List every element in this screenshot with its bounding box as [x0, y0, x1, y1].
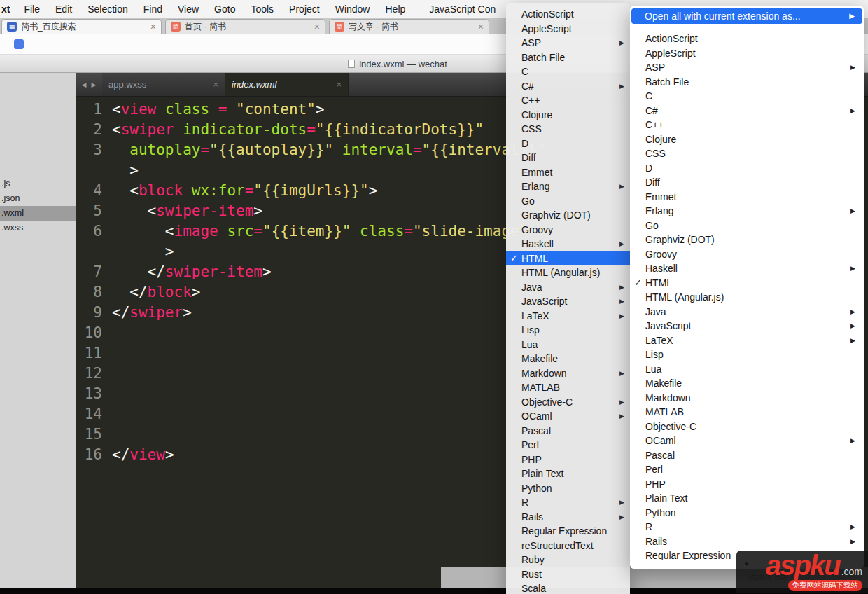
open-with-menu-item[interactable]: Pascal [630, 448, 864, 463]
syntax-menu-item[interactable]: Perl [506, 438, 630, 453]
sidebar-file[interactable]: .wxss [0, 221, 76, 235]
menubar-item[interactable]: View [170, 4, 206, 15]
tab-close-icon[interactable]: × [478, 22, 484, 32]
open-with-menu-item[interactable]: Plain Text [630, 491, 864, 506]
tab-close-icon[interactable]: × [314, 22, 320, 32]
open-with-menu-item[interactable]: Batch File [630, 75, 864, 90]
open-with-menu-item[interactable]: Emmet [630, 190, 864, 205]
open-with-menu-item[interactable]: JavaScript▶ [630, 319, 864, 333]
tab-nav-back-icon[interactable]: ◀ [82, 81, 87, 88]
syntax-menu-item[interactable]: Diff [506, 151, 630, 165]
open-with-menu-item[interactable]: D [630, 161, 864, 176]
open-with-menu-item[interactable]: PHP [630, 477, 864, 492]
open-with-header[interactable]: Open all with current extension as... ▶ [631, 8, 862, 24]
syntax-menu-item[interactable]: C++ [506, 93, 630, 108]
menubar-item[interactable]: Find [136, 4, 170, 15]
browser-tab[interactable]: 简首页 - 简书× [165, 19, 326, 34]
syntax-menu-item[interactable]: Ruby [506, 553, 630, 567]
syntax-menu-item[interactable]: OCaml▶ [506, 409, 630, 424]
syntax-menu-item[interactable]: JavaScript▶ [506, 294, 630, 309]
syntax-menu-item[interactable]: Markdown▶ [506, 366, 630, 381]
open-with-menu-item[interactable]: OCaml▶ [630, 434, 864, 448]
open-with-menu-item[interactable]: CSS [630, 146, 864, 161]
open-with-menu-item[interactable]: Haskell▶ [630, 261, 864, 276]
open-with-menu-item[interactable]: C++ [630, 118, 864, 132]
syntax-menu-item[interactable]: C#▶ [506, 79, 630, 94]
open-with-menu-item[interactable]: Perl [630, 462, 864, 477]
open-with-menu-item[interactable]: Java▶ [630, 305, 864, 319]
syntax-menu-item[interactable]: Rust [506, 567, 630, 582]
syntax-menu-item[interactable]: Batch File [506, 50, 630, 65]
sidebar-file[interactable]: .json [0, 191, 76, 206]
syntax-menu-item[interactable]: AppleScript [506, 22, 630, 36]
open-with-menu-item[interactable]: Clojure [630, 132, 864, 147]
bookmark-favicon[interactable] [14, 39, 24, 49]
menubar-item[interactable]: Window [328, 4, 378, 15]
tab-close-icon[interactable]: × [332, 79, 342, 90]
syntax-menu-item[interactable]: MATLAB [506, 380, 630, 395]
syntax-menu-item[interactable]: Graphviz (DOT) [506, 208, 630, 223]
browser-tab[interactable]: ▦简书_百度搜索× [1, 19, 162, 34]
syntax-menu-item[interactable]: Clojure [506, 108, 630, 123]
open-with-menu-item[interactable]: Graphviz (DOT) [630, 233, 864, 247]
syntax-menu-item[interactable]: ActionScript [506, 7, 630, 22]
tab-nav-forward-icon[interactable]: ▶ [92, 81, 97, 88]
syntax-menu-item[interactable]: Groovy [506, 223, 630, 237]
syntax-menu-item[interactable]: LaTeX▶ [506, 309, 630, 324]
menubar-item[interactable]: Help [377, 4, 413, 15]
sidebar-file[interactable]: .wxml [0, 206, 76, 221]
open-with-menu-item[interactable]: Objective-C [630, 420, 864, 434]
open-with-menu-item[interactable]: HTML (Angular.js) [630, 290, 864, 305]
syntax-menu-item[interactable]: reStructuredText [506, 539, 630, 553]
open-with-menu-item[interactable]: Makefile [630, 376, 864, 391]
open-with-menu-item[interactable]: Rails▶ [630, 534, 864, 549]
open-with-menu-item[interactable]: Erlang▶ [630, 204, 864, 219]
menubar-item[interactable]: JavaScript Con [421, 4, 503, 15]
menubar-item[interactable]: File [16, 4, 48, 15]
open-with-menu-item[interactable]: Groovy [630, 247, 864, 262]
syntax-menu-item[interactable]: Plain Text [506, 467, 630, 481]
syntax-menu-item[interactable]: Regular Expression [506, 524, 630, 539]
open-with-menu-item[interactable]: Lisp [630, 347, 864, 362]
open-with-menu-item[interactable]: ✓HTML [630, 276, 864, 291]
open-with-menu-item[interactable]: C#▶ [630, 104, 864, 118]
syntax-menu-item[interactable]: Rails▶ [506, 510, 630, 525]
syntax-menu-item[interactable]: CSS [506, 122, 630, 137]
editor-tab[interactable]: index.wxml× [225, 73, 349, 96]
syntax-menu-item[interactable]: Erlang▶ [506, 179, 630, 194]
menubar-item[interactable]: Tools [243, 4, 281, 15]
open-with-menu-item[interactable]: LaTeX▶ [630, 333, 864, 348]
menubar-item[interactable]: Project [281, 4, 328, 15]
syntax-menu-item[interactable]: Objective-C▶ [506, 395, 630, 410]
syntax-menu-item[interactable]: Emmet [506, 165, 630, 180]
open-with-menu-item[interactable]: Lua [630, 362, 864, 377]
open-with-menu-item[interactable]: AppleScript [630, 46, 864, 61]
open-with-menu-item[interactable]: Go [630, 219, 864, 233]
syntax-menu-item[interactable]: D [506, 137, 630, 151]
open-with-menu-item[interactable]: Diff [630, 175, 864, 190]
syntax-menu-item[interactable]: Scala [506, 581, 630, 594]
syntax-menu-item[interactable]: Lisp [506, 323, 630, 338]
syntax-menu-item[interactable]: Python [506, 481, 630, 496]
syntax-menu-item[interactable]: Java▶ [506, 280, 630, 295]
tab-close-icon[interactable]: × [209, 79, 218, 90]
menubar-item[interactable]: xt [0, 4, 16, 15]
open-with-menu-item[interactable]: C [630, 89, 864, 104]
syntax-menu-item[interactable]: HTML (Angular.js) [506, 265, 630, 280]
tab-close-icon[interactable]: × [150, 22, 156, 32]
syntax-menu-item[interactable]: Lua [506, 338, 630, 352]
open-with-menu-item[interactable]: ASP▶ [630, 60, 864, 75]
sidebar-file[interactable]: .js [0, 177, 76, 191]
open-with-menu-item[interactable]: Python [630, 506, 864, 520]
browser-tab[interactable]: 简写文章 - 简书× [329, 19, 489, 34]
syntax-menu-item[interactable]: PHP [506, 453, 630, 467]
editor-tab[interactable]: app.wxss× [102, 73, 225, 96]
syntax-menu-item[interactable]: ✓HTML [506, 251, 630, 266]
syntax-menu-item[interactable]: Go [506, 194, 630, 209]
open-with-menu-item[interactable]: R▶ [630, 520, 864, 534]
open-with-menu-item[interactable]: ActionScript [630, 32, 864, 46]
menubar-item[interactable]: Edit [48, 4, 80, 15]
menubar-item[interactable]: Selection [80, 4, 136, 15]
menubar-item[interactable]: Goto [206, 4, 243, 15]
syntax-menu-item[interactable]: R▶ [506, 495, 630, 510]
